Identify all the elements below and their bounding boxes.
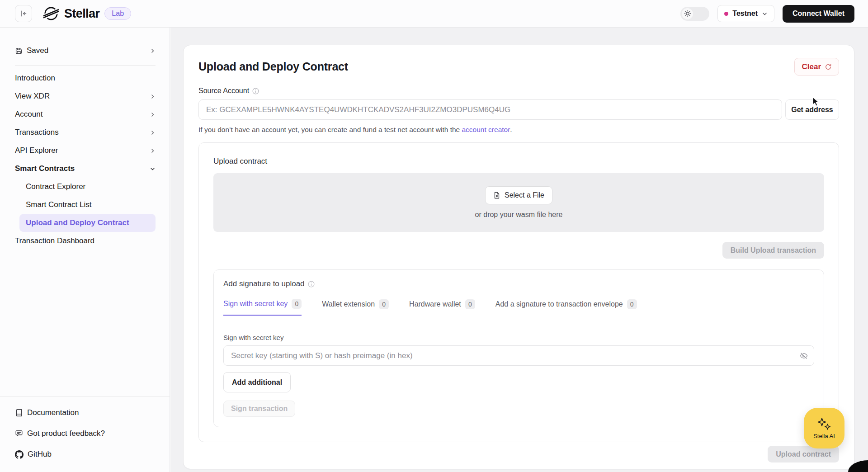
tab-count-badge: 0 [379,299,389,309]
add-additional-button[interactable]: Add additional [223,372,291,392]
brand-wordmark: Stellar [64,7,99,21]
tab-label: Wallet extension [322,300,375,308]
connect-wallet-button[interactable]: Connect Wallet [783,5,854,23]
sidebar-item-github[interactable]: GitHub [15,444,155,465]
toggle-visibility-button[interactable] [800,352,808,360]
network-selector[interactable]: Testnet [717,5,774,22]
network-status-dot [724,12,728,16]
sidebar-collapse-button[interactable] [15,5,32,22]
sidebar-item-upload-and-deploy-contract[interactable]: Upload and Deploy Contract [19,214,156,232]
page-title: Upload and Deploy Contract [198,60,348,73]
theme-toggle[interactable] [680,7,709,21]
sun-icon [684,10,691,17]
select-file-button[interactable]: Select a File [485,186,552,204]
feedback-bubble-icon [15,430,23,438]
stellar-logo-icon [43,5,59,22]
main-content-area: Upload and Deploy Contract Clear Source … [170,28,868,472]
sidebar-item-smart-contract-list[interactable]: Smart Contract List [19,196,156,214]
sidebar-item-label: Smart Contracts [15,164,75,173]
source-account-helper-text: If you don’t have an account yet, you ca… [198,126,839,134]
sidebar-item-label: Account [15,110,42,119]
sidebar-item-label: Contract Explorer [26,182,85,191]
sidebar-item-smart-contracts[interactable]: Smart Contracts [0,160,170,178]
sidebar-item-label: GitHub [28,450,52,459]
tab-hardware-wallet[interactable]: Hardware wallet 0 [409,299,475,316]
sidebar-item-label: Introduction [15,74,55,83]
sidebar-item-introduction[interactable]: Introduction [0,69,170,87]
secret-key-label: Sign with secret key [223,334,814,341]
stella-ai-label: Stella AI [813,433,835,439]
sign-transaction-button[interactable]: Sign transaction [223,401,295,417]
source-account-label: Source Account [198,87,249,95]
build-upload-transaction-button[interactable]: Build Upload transaction [722,242,824,259]
sidebar-item-documentation[interactable]: Documentation [15,402,155,423]
add-signature-title: Add signature to upload [223,279,305,288]
tab-count-badge: 0 [292,299,302,309]
upload-deploy-card: Upload and Deploy Contract Clear Source … [183,45,854,469]
select-file-label: Select a File [505,191,544,199]
clear-button[interactable]: Clear [794,58,839,76]
chevron-right-icon [150,148,156,154]
chevron-right-icon [150,130,156,136]
drop-hint-text: or drop your wasm file here [475,211,563,219]
chevron-right-icon [150,94,156,99]
chevron-right-icon [150,48,156,54]
sidebar-item-contract-explorer[interactable]: Contract Explorer [19,178,156,196]
account-creator-link[interactable]: account creator [462,126,510,133]
sidebar-item-api-explorer[interactable]: API Explorer [0,142,170,160]
info-icon [308,281,315,288]
network-label: Testnet [732,9,758,18]
sidebar-item-label: Documentation [27,408,79,417]
helper-prefix: If you don’t have an account yet, you ca… [198,126,462,133]
tab-sign-with-secret-key[interactable]: Sign with secret key 0 [223,299,302,316]
save-floppy-icon [15,47,23,55]
sidebar-item-label: Saved [27,46,48,55]
add-signature-section: Add signature to upload Sign with secret… [213,269,824,427]
brand-logo[interactable]: Stellar Lab [43,5,131,22]
sidebar-footer: Documentation Got product feedback? GitH… [0,396,170,472]
tab-add-signature-envelope[interactable]: Add a signature to transaction envelope … [495,299,637,316]
secret-key-input[interactable] [223,345,814,366]
sidebar-item-label: API Explorer [15,146,58,155]
sidebar-item-label: Transactions [15,128,59,137]
clear-button-label: Clear [802,62,821,71]
collapse-panel-icon [19,9,28,18]
eye-off-icon [800,352,808,360]
top-header: Stellar Lab Testnet Connect Wa [0,0,868,28]
sidebar-divider [15,65,156,66]
info-icon [252,88,259,94]
sidebar-item-transaction-dashboard[interactable]: Transaction Dashboard [0,232,170,250]
source-account-input[interactable] [198,99,782,120]
sidebar-item-view-xdr[interactable]: View XDR [0,87,170,105]
tab-label: Sign with secret key [223,300,288,308]
tab-count-badge: 0 [627,299,637,309]
sidebar-item-label: Smart Contract List [26,200,92,209]
sidebar-item-transactions[interactable]: Transactions [0,123,170,142]
file-icon [493,192,500,199]
helper-suffix: . [510,126,512,133]
theme-toggle-knob [682,8,693,19]
header-actions: Testnet Connect Wallet [680,5,854,23]
sparkles-icon [816,417,833,431]
chevron-down-icon [762,11,768,17]
signature-tabs: Sign with secret key 0 Wallet extension … [223,299,814,316]
sidebar-item-label: Upload and Deploy Contract [26,218,129,227]
upload-contract-label: Upload contract [213,157,824,166]
upload-contract-section: Upload contract Select a File or drop yo… [198,142,839,442]
wasm-dropzone[interactable]: Select a File or drop your wasm file her… [213,173,824,232]
sidebar-item-saved[interactable]: Saved [15,42,156,59]
stella-ai-button[interactable]: Stella AI [804,408,844,448]
tab-label: Hardware wallet [409,300,461,308]
sidebar-item-feedback[interactable]: Got product feedback? [15,423,155,444]
tab-wallet-extension[interactable]: Wallet extension 0 [322,299,389,316]
book-icon [15,409,23,417]
tab-count-badge: 0 [465,299,475,309]
get-address-button[interactable]: Get address [785,99,839,120]
chevron-right-icon [150,112,156,118]
sidebar-item-label: Transaction Dashboard [15,236,94,245]
github-icon [15,450,24,459]
tab-label: Add a signature to transaction envelope [495,300,623,308]
sidebar-item-label: View XDR [15,92,50,101]
sidebar-item-account[interactable]: Account [0,105,170,123]
chevron-down-icon [150,166,156,172]
